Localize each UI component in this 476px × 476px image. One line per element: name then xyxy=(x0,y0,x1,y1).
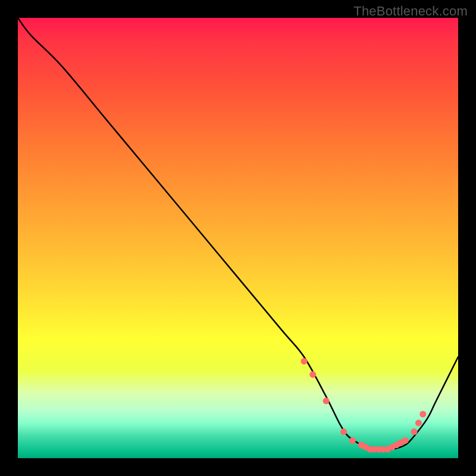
data-marker xyxy=(340,428,347,435)
data-marker xyxy=(402,437,409,444)
data-marker xyxy=(323,397,330,404)
watermark-text: TheBottleneck.com xyxy=(353,4,468,19)
data-marker xyxy=(349,437,356,444)
data-marker xyxy=(309,371,316,378)
bottleneck-curve xyxy=(18,18,458,450)
data-marker xyxy=(411,428,418,435)
chart-svg xyxy=(18,18,458,458)
data-marker xyxy=(301,358,308,365)
marker-group xyxy=(301,358,427,453)
data-marker xyxy=(419,411,426,418)
data-marker xyxy=(415,419,422,426)
chart-plot-area xyxy=(18,18,458,458)
